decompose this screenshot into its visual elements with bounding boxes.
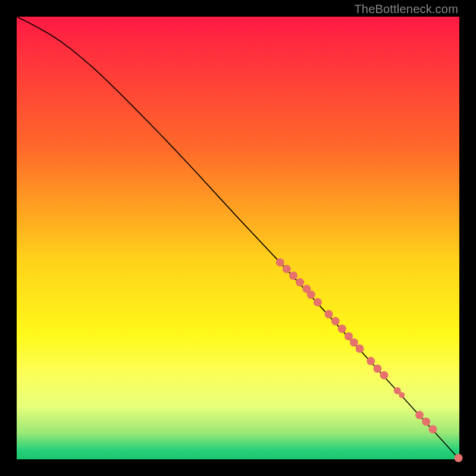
data-point xyxy=(373,364,381,372)
plot-area xyxy=(17,17,459,459)
data-point xyxy=(422,418,430,426)
chart-svg xyxy=(17,17,459,459)
markers-group xyxy=(276,258,463,462)
data-point xyxy=(283,265,291,273)
data-point xyxy=(350,339,358,347)
data-point xyxy=(356,345,364,353)
data-point xyxy=(399,392,405,398)
data-point xyxy=(455,454,463,462)
data-point xyxy=(314,298,322,306)
data-point xyxy=(296,278,304,286)
data-point xyxy=(331,317,340,325)
data-point xyxy=(415,411,424,419)
watermark-text: TheBottleneck.com xyxy=(354,2,458,16)
chart-frame: TheBottleneck.com xyxy=(0,0,476,476)
data-point xyxy=(276,258,284,267)
curve-line xyxy=(17,17,459,459)
data-point xyxy=(380,371,389,380)
data-point xyxy=(325,310,333,318)
data-point xyxy=(428,425,437,433)
data-point xyxy=(289,271,298,280)
data-point xyxy=(307,290,315,299)
data-point xyxy=(338,325,346,333)
data-point xyxy=(367,357,375,365)
